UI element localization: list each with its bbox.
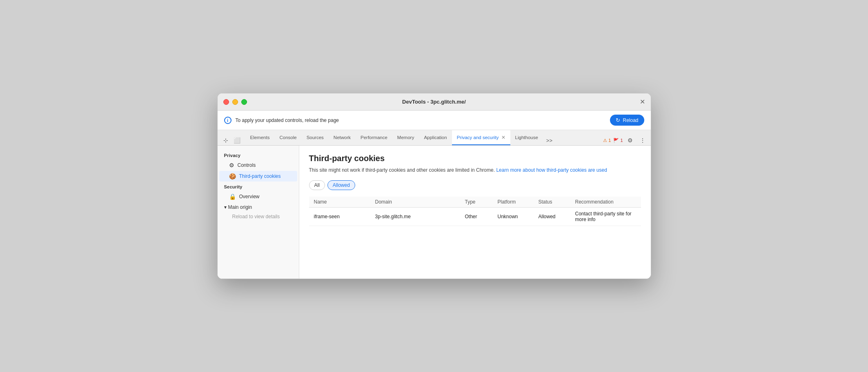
maximize-button[interactable] — [241, 99, 247, 105]
device-toolbar-icon[interactable]: ⬜ — [232, 135, 242, 145]
minimize-button[interactable] — [232, 99, 238, 105]
tab-application[interactable]: Application — [419, 130, 452, 145]
filter-allowed-button[interactable]: Allowed — [327, 180, 355, 190]
banner-text: To apply your updated controls, reload t… — [236, 117, 606, 123]
settings-icon[interactable]: ⚙ — [625, 135, 635, 145]
cookie-icon: 🍪 — [229, 173, 236, 179]
toolbar-left: ⊹ ⬜ — [221, 135, 242, 145]
sidebar: Privacy ⚙ Controls 🍪 Third-party cookies… — [218, 146, 299, 279]
table-header: Name Domain Type Platform Status Recomme… — [309, 197, 641, 208]
window-title: DevTools - 3pc.glitch.me/ — [402, 99, 466, 105]
tab-elements[interactable]: Elements — [245, 130, 275, 145]
panel-description-text: This site might not work if third-party … — [309, 167, 495, 173]
lock-icon: 🔒 — [229, 193, 236, 200]
tabs-container: Elements Console Sources Network Perform… — [245, 130, 600, 145]
col-header-status: Status — [534, 197, 570, 208]
panel: Third-party cookies This site might not … — [299, 146, 651, 279]
warning-count: 1 — [608, 138, 611, 143]
gear-icon: ⚙ — [229, 162, 234, 168]
filter-row: All Allowed — [309, 180, 641, 190]
warning-icon: ⚠ — [603, 138, 607, 143]
cell-domain: 3p-site.glitch.me — [370, 208, 460, 226]
devtools-window: DevTools - 3pc.glitch.me/ ✕ i To apply y… — [217, 93, 651, 279]
cookies-table: Name Domain Type Platform Status Recomme… — [309, 197, 641, 226]
sidebar-item-cookies-label: Third-party cookies — [239, 173, 281, 179]
main-content: Privacy ⚙ Controls 🍪 Third-party cookies… — [218, 146, 651, 279]
error-badge[interactable]: 🚩 1 — [613, 138, 623, 143]
close-button[interactable] — [223, 99, 229, 105]
tab-network[interactable]: Network — [329, 130, 356, 145]
devtools-close-button[interactable]: ✕ — [640, 99, 645, 105]
panel-title: Third-party cookies — [309, 154, 641, 163]
sidebar-item-third-party-cookies[interactable]: 🍪 Third-party cookies — [219, 171, 297, 182]
reload-label: Reload — [623, 117, 638, 123]
reload-button[interactable]: ↻ Reload — [610, 115, 644, 126]
more-options-icon[interactable]: ⋮ — [638, 135, 648, 145]
tab-console[interactable]: Console — [274, 130, 301, 145]
col-header-platform: Platform — [493, 197, 534, 208]
title-bar: DevTools - 3pc.glitch.me/ ✕ — [218, 93, 651, 111]
sidebar-item-overview[interactable]: 🔒 Overview — [219, 191, 297, 202]
panel-description: This site might not work if third-party … — [309, 166, 641, 174]
tab-lighthouse[interactable]: Lighthouse — [510, 130, 543, 145]
table-body: iframe-seen 3p-site.glitch.me Other Unkn… — [309, 208, 641, 226]
sidebar-main-origin[interactable]: ▾ Main origin — [218, 202, 299, 212]
col-header-name: Name — [309, 197, 370, 208]
error-icon: 🚩 — [613, 138, 619, 143]
more-tabs-button[interactable]: >> — [543, 136, 556, 145]
col-header-domain: Domain — [370, 197, 460, 208]
privacy-section-label: Privacy — [218, 151, 299, 159]
tab-sources[interactable]: Sources — [302, 130, 329, 145]
warning-badge[interactable]: ⚠ 1 — [603, 138, 611, 143]
cell-platform: Unknown — [493, 208, 534, 226]
table-row[interactable]: iframe-seen 3p-site.glitch.me Other Unkn… — [309, 208, 641, 226]
info-icon: i — [224, 117, 231, 124]
sidebar-item-controls-label: Controls — [238, 162, 256, 168]
main-origin-label: Main origin — [228, 204, 252, 210]
cell-name: iframe-seen — [309, 208, 370, 226]
chevron-down-icon: ▾ — [224, 204, 227, 210]
tab-memory[interactable]: Memory — [392, 130, 419, 145]
col-header-type: Type — [460, 197, 493, 208]
toolbar-right: ⚠ 1 🚩 1 ⚙ ⋮ — [603, 135, 647, 145]
tab-privacy[interactable]: Privacy and security ✕ — [452, 130, 510, 145]
tab-close-icon[interactable]: ✕ — [501, 135, 505, 140]
traffic-lights — [223, 99, 247, 105]
sidebar-item-controls[interactable]: ⚙ Controls — [219, 160, 297, 170]
security-section-label: Security — [218, 182, 299, 191]
cell-recommendation: Contact third-party site for more info — [570, 208, 641, 226]
sidebar-item-overview-label: Overview — [239, 194, 260, 199]
reload-banner: i To apply your updated controls, reload… — [218, 111, 651, 130]
tab-bar: ⊹ ⬜ Elements Console Sources Network Per… — [218, 130, 651, 146]
tab-performance[interactable]: Performance — [356, 130, 392, 145]
error-count: 1 — [620, 138, 623, 143]
cell-type: Other — [460, 208, 493, 226]
reload-icon: ↻ — [616, 117, 620, 123]
filter-all-button[interactable]: All — [309, 180, 325, 190]
inspect-element-icon[interactable]: ⊹ — [221, 135, 231, 145]
learn-more-link[interactable]: Learn more about how third-party cookies… — [496, 167, 607, 173]
sidebar-reload-details: Reload to view details — [218, 212, 299, 221]
col-header-recommendation: Recommendation — [570, 197, 641, 208]
cell-status: Allowed — [534, 208, 570, 226]
